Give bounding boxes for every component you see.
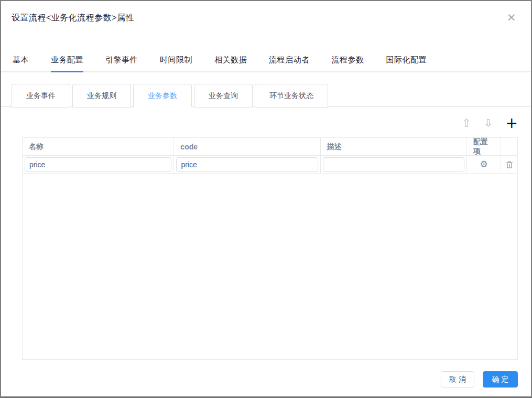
table-empty-area bbox=[23, 174, 517, 359]
column-header-code: code bbox=[174, 138, 320, 156]
sub-tabs: 业务事件 业务规则 业务参数 业务查询 环节业务状态 bbox=[1, 84, 531, 107]
dialog-footer: 取消 确定 bbox=[1, 371, 518, 388]
params-table: 名称 code 描述 配置项 ⚙ bbox=[22, 137, 518, 360]
description-input[interactable] bbox=[323, 157, 464, 172]
close-icon[interactable]: × bbox=[505, 13, 518, 22]
config-cell: ⚙ bbox=[467, 156, 501, 174]
table-toolbar: ⇧ ⇩ + bbox=[1, 115, 518, 131]
dialog-header: 设置流程<业务化流程参数>属性 × bbox=[1, 1, 531, 23]
subtab-business-events[interactable]: 业务事件 bbox=[12, 84, 70, 107]
actions-cell bbox=[501, 156, 517, 174]
gear-icon[interactable]: ⚙ bbox=[480, 160, 488, 169]
column-header-actions bbox=[501, 138, 517, 156]
tab-business-config[interactable]: 业务配置 bbox=[51, 55, 83, 71]
tab-process-params[interactable]: 流程参数 bbox=[332, 55, 364, 71]
code-cell bbox=[174, 156, 320, 174]
move-down-icon[interactable]: ⇩ bbox=[484, 118, 493, 129]
process-properties-dialog: { "dialog": { "title": "设置流程<业务化流程参数>属性"… bbox=[0, 0, 532, 398]
column-header-config: 配置项 bbox=[467, 138, 501, 156]
column-header-name: 名称 bbox=[23, 138, 174, 156]
table-header-row: 名称 code 描述 配置项 bbox=[23, 138, 517, 156]
subtab-business-params[interactable]: 业务参数 bbox=[133, 84, 192, 107]
trash-icon[interactable] bbox=[505, 160, 514, 169]
tab-i18n-config[interactable]: 国际化配置 bbox=[386, 55, 427, 71]
subtab-business-query[interactable]: 业务查询 bbox=[194, 84, 253, 107]
name-cell bbox=[23, 156, 174, 174]
add-row-icon[interactable]: + bbox=[506, 117, 518, 130]
cancel-button[interactable]: 取消 bbox=[441, 371, 474, 388]
dialog-title: 设置流程<业务化流程参数>属性 bbox=[12, 13, 134, 23]
tab-basic[interactable]: 基本 bbox=[13, 55, 29, 71]
subtab-business-rules[interactable]: 业务规则 bbox=[72, 84, 131, 107]
main-tabs: 基本 业务配置 引擎事件 时间限制 相关数据 流程启动者 流程参数 国际化配置 bbox=[1, 55, 531, 72]
tab-related-data[interactable]: 相关数据 bbox=[214, 55, 247, 71]
ok-button[interactable]: 确定 bbox=[483, 371, 518, 388]
name-input[interactable] bbox=[25, 157, 171, 172]
column-header-description: 描述 bbox=[321, 138, 467, 156]
tab-process-initiator[interactable]: 流程启动者 bbox=[269, 55, 310, 71]
tab-engine-events[interactable]: 引擎事件 bbox=[105, 55, 138, 71]
subtab-step-business-status[interactable]: 环节业务状态 bbox=[255, 84, 328, 107]
tab-time-limit[interactable]: 时间限制 bbox=[160, 55, 192, 71]
table-row: ⚙ bbox=[23, 156, 517, 174]
code-input[interactable] bbox=[176, 157, 318, 172]
description-cell bbox=[321, 156, 467, 174]
move-up-icon[interactable]: ⇧ bbox=[462, 118, 471, 129]
